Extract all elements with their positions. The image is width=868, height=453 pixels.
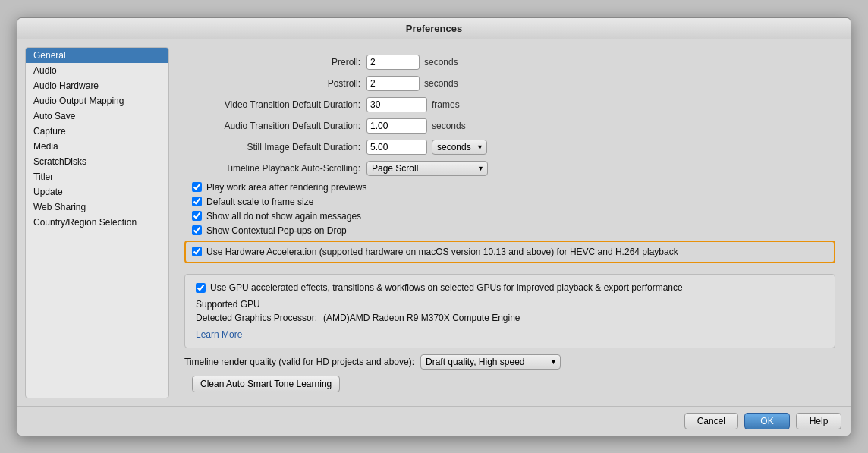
sidebar-item-audio-output-mapping[interactable]: Audio Output Mapping: [26, 93, 168, 109]
still-image-label: Still Image Default Duration:: [184, 142, 366, 153]
checkbox-row-3: Show all do not show again messages: [184, 211, 835, 222]
footer: Cancel OK Help: [17, 406, 851, 436]
sidebar-item-media[interactable]: Media: [26, 139, 168, 154]
video-transition-unit: frames: [432, 99, 460, 110]
sidebar-item-auto-save[interactable]: Auto Save: [26, 109, 168, 124]
cb-hw-accel[interactable]: [192, 247, 202, 256]
learn-more-link[interactable]: Learn More: [196, 329, 242, 340]
still-image-unit-select[interactable]: seconds frames: [432, 140, 487, 155]
hw-accel-row: Use Hardware Acceleration (supported har…: [192, 247, 828, 257]
postroll-label: Postroll:: [184, 78, 366, 89]
preroll-unit: seconds: [424, 57, 458, 68]
gpu-box: Use GPU accelerated effects, transitions…: [184, 274, 835, 348]
postroll-unit: seconds: [424, 78, 458, 89]
timeline-playback-dropdown-wrapper: No Scroll Page Scroll Smooth Scroll ▼: [366, 161, 488, 176]
sidebar-item-web-sharing[interactable]: Web Sharing: [26, 200, 168, 215]
still-image-unit-dropdown-wrapper: seconds frames ▼: [432, 140, 487, 155]
ok-button[interactable]: OK: [744, 413, 790, 429]
cb-default-scale[interactable]: [192, 197, 202, 206]
postroll-input[interactable]: [366, 76, 420, 91]
render-quality-select[interactable]: Draft quality, High speed Maximum qualit…: [420, 354, 561, 370]
cb-gpu-accel[interactable]: [196, 283, 206, 293]
preferences-window: Preferences General Audio Audio Hardware…: [17, 17, 851, 436]
help-button[interactable]: Help: [796, 413, 841, 429]
audio-transition-unit: seconds: [432, 121, 466, 131]
main-panel: Preroll: seconds Postroll: seconds Video…: [177, 47, 843, 398]
video-transition-input[interactable]: [366, 97, 427, 112]
clean-btn[interactable]: Clean Auto Smart Tone Learning: [192, 376, 340, 392]
cb-show-again-label: Show all do not show again messages: [206, 211, 361, 222]
cb-default-scale-label: Default scale to frame size: [206, 197, 313, 207]
timeline-playback-select[interactable]: No Scroll Page Scroll Smooth Scroll: [366, 161, 488, 176]
still-image-input[interactable]: [366, 140, 427, 155]
sidebar-item-general[interactable]: General: [26, 48, 168, 63]
video-transition-label: Video Transition Default Duration:: [184, 99, 366, 110]
preroll-label: Preroll:: [184, 57, 366, 68]
window-title: Preferences: [406, 23, 462, 34]
gpu-detect-row: Detected Graphics Processor: (AMD)AMD Ra…: [196, 313, 824, 323]
audio-transition-input[interactable]: [366, 118, 427, 134]
checkbox-row-4: Show Contextual Pop-ups on Drop: [184, 225, 835, 236]
sidebar: General Audio Audio Hardware Audio Outpu…: [25, 47, 169, 398]
checkbox-row-1: Play work area after rendering previews: [184, 182, 835, 193]
hw-accel-label: Use Hardware Acceleration (supported har…: [206, 247, 678, 257]
sidebar-item-update[interactable]: Update: [26, 184, 168, 200]
render-quality-label: Timeline render quality (valid for HD pr…: [184, 357, 414, 367]
timeline-playback-label: Timeline Playback Auto-Scrolling:: [184, 163, 366, 174]
checkbox-row-2: Default scale to frame size: [184, 197, 835, 207]
preroll-input[interactable]: [366, 55, 420, 70]
sidebar-item-titler[interactable]: Titler: [26, 169, 168, 184]
sidebar-item-scratchdisks[interactable]: ScratchDisks: [26, 154, 168, 169]
render-quality-row: Timeline render quality (valid for HD pr…: [184, 354, 835, 370]
cb-play-work-area-label: Play work area after rendering previews: [206, 182, 366, 193]
sidebar-item-capture[interactable]: Capture: [26, 124, 168, 139]
gpu-checkbox-row: Use GPU accelerated effects, transitions…: [196, 282, 824, 293]
sidebar-item-country-region[interactable]: Country/Region Selection: [26, 215, 168, 230]
sidebar-item-audio[interactable]: Audio: [26, 63, 168, 78]
sidebar-item-audio-hardware[interactable]: Audio Hardware: [26, 78, 168, 93]
gpu-checkbox-text: Use GPU accelerated effects, transitions…: [210, 282, 683, 293]
cb-contextual-popups[interactable]: [192, 225, 202, 235]
audio-transition-label: Audio Transition Default Duration:: [184, 121, 366, 131]
detected-value: (AMD)AMD Radeon R9 M370X Compute Engine: [323, 313, 520, 323]
hw-accel-box: Use Hardware Acceleration (supported har…: [184, 241, 835, 263]
cb-contextual-popups-label: Show Contextual Pop-ups on Drop: [206, 225, 347, 236]
cancel-button[interactable]: Cancel: [684, 413, 738, 429]
titlebar: Preferences: [17, 18, 851, 39]
render-dropdown-wrapper: Draft quality, High speed Maximum qualit…: [420, 354, 561, 370]
still-image-unit-wrapper: seconds frames ▼: [432, 140, 487, 155]
cb-play-work-area[interactable]: [192, 182, 202, 192]
detected-label: Detected Graphics Processor:: [196, 313, 317, 323]
cb-show-again[interactable]: [192, 211, 202, 221]
checkboxes-section: Play work area after rendering previews …: [184, 182, 835, 236]
supported-gpu-label: Supported GPU: [196, 299, 824, 310]
